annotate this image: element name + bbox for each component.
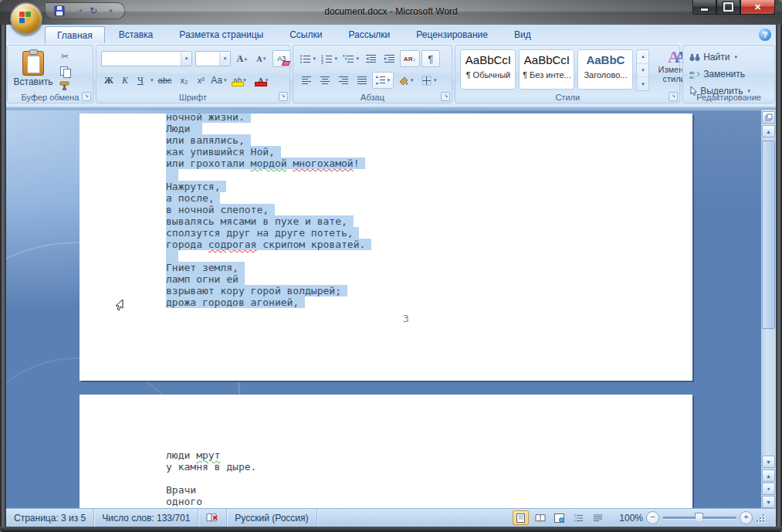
font-size-caret-icon[interactable]: ▾ — [219, 52, 230, 66]
italic-button[interactable]: К — [118, 73, 132, 88]
shading-button[interactable]: ▾ — [395, 72, 417, 89]
justify-button[interactable] — [354, 73, 371, 88]
style-item[interactable]: AaBbCЗаголово... — [577, 49, 633, 90]
clipboard-dialog-launcher[interactable]: ↘ — [82, 92, 91, 101]
bullets-button[interactable]: ▾ — [298, 51, 318, 66]
svg-text:3: 3 — [321, 59, 323, 64]
font-size-combobox[interactable]: ▾ — [195, 51, 231, 66]
document-workspace[interactable]: ночной жизни. Люди или валялись, как упи… — [6, 110, 761, 508]
cut-button[interactable]: ✂ — [57, 50, 73, 63]
copy-button[interactable] — [57, 65, 73, 77]
view-draft-button[interactable] — [590, 510, 606, 525]
shrink-font-button[interactable]: А▼ — [254, 51, 269, 66]
view-web-layout-button[interactable] — [551, 510, 567, 525]
subscript-button[interactable]: x₂ — [176, 73, 191, 88]
scroll-up-button[interactable]: ▲ — [762, 125, 775, 137]
tab-3[interactable]: Ссылки — [277, 25, 334, 43]
redo-button[interactable]: ↻ — [86, 5, 101, 17]
clear-formatting-button[interactable]: АЗ — [273, 50, 291, 67]
increase-indent-button[interactable] — [381, 51, 398, 66]
align-right-button[interactable] — [335, 73, 352, 88]
status-page-indicator[interactable]: Страница: 3 из 5 — [6, 509, 94, 527]
multilevel-list-button[interactable]: ▾ — [341, 51, 361, 66]
align-left-button[interactable] — [298, 73, 315, 88]
styles-more-icon[interactable]: ▼ — [637, 77, 648, 90]
font-dialog-launcher[interactable]: ↘ — [279, 92, 288, 101]
page-4[interactable]: люди мруту камня в дыре.Врачиодного — [80, 395, 692, 508]
borders-button[interactable]: ▾ — [418, 72, 440, 89]
show-marks-button[interactable]: ¶ — [421, 50, 440, 67]
view-print-layout-button[interactable] — [513, 510, 529, 525]
status-proofing-button[interactable] — [198, 509, 227, 527]
styles-group: AaBbCcI¶ ОбычныйAaBbCcI¶ Без инте...AaBb… — [455, 45, 680, 103]
status-language[interactable]: Русский (Россия) — [227, 509, 317, 527]
highlight-color-button[interactable]: ab▾ — [229, 72, 250, 89]
close-button[interactable]: ✕ — [740, 0, 775, 15]
style-item[interactable]: AaBbCcI¶ Без инте... — [519, 49, 574, 90]
find-button[interactable]: Найти▾ — [685, 50, 750, 64]
grow-font-button[interactable]: А▲ — [234, 51, 251, 66]
sort-button[interactable]: АЯ↓ — [400, 50, 420, 67]
zoom-slider[interactable] — [662, 517, 736, 519]
eraser-icon — [282, 61, 290, 66]
justify-icon — [357, 76, 367, 86]
tab-0[interactable]: Главная — [45, 26, 105, 43]
page-3[interactable]: ночной жизни. Люди или валялись, как упи… — [80, 114, 692, 381]
binoculars-icon — [689, 53, 700, 62]
browse-object-button[interactable]: ● — [762, 483, 775, 495]
tab-2[interactable]: Разметка страницы — [167, 25, 276, 43]
underline-button[interactable]: Ч — [134, 73, 147, 88]
font-name-combobox[interactable]: ▾ — [101, 51, 192, 66]
vertical-scrollbar[interactable]: ▲ ▼ ▲ ● ▼ — [761, 110, 776, 508]
format-painter-button[interactable] — [57, 80, 73, 92]
decrease-indent-button[interactable] — [363, 51, 380, 66]
change-case-label: Aa — [211, 75, 222, 86]
save-button[interactable] — [52, 5, 67, 17]
font-name-caret-icon[interactable]: ▾ — [181, 52, 191, 66]
tab-6[interactable]: Вид — [502, 25, 543, 43]
undo-button[interactable]: ↶▾ — [69, 5, 84, 17]
doc-line: Врачи — [166, 484, 256, 496]
view-outline-button[interactable] — [570, 510, 587, 525]
scroll-down-button[interactable]: ▼ — [762, 456, 775, 468]
styles-dialog-launcher[interactable]: ↘ — [669, 92, 678, 101]
line-spacing-button[interactable]: ▾ — [372, 72, 394, 89]
superscript-button[interactable]: x² — [193, 73, 208, 88]
tab-4[interactable]: Рассылки — [336, 25, 402, 43]
office-button[interactable] — [10, 2, 42, 35]
align-center-button[interactable] — [317, 73, 333, 88]
bold-button[interactable]: Ж — [101, 73, 117, 88]
previous-page-button[interactable]: ▲ — [762, 469, 775, 482]
style-item[interactable]: AaBbCcI¶ Обычный — [460, 49, 516, 90]
view-fullscreen-reading-button[interactable] — [532, 510, 548, 525]
resize-grip[interactable] — [756, 513, 765, 523]
tab-5[interactable]: Рецензирование — [404, 25, 500, 43]
qat-customize-button[interactable]: ▾ — [103, 5, 118, 17]
ruler-toggle-button[interactable] — [762, 111, 775, 124]
underline-caret-icon[interactable]: ▾ — [151, 77, 154, 83]
tab-1[interactable]: Вставка — [107, 25, 166, 43]
find-caret-icon: ▾ — [734, 54, 737, 60]
paragraph-dialog-launcher[interactable]: ↘ — [441, 92, 450, 101]
paste-button[interactable]: Вставить ▾ — [12, 49, 54, 95]
next-page-button[interactable]: ▼ — [762, 496, 775, 508]
scrollbar-thumb[interactable] — [762, 141, 775, 329]
font-color-button[interactable]: А▾ — [252, 72, 273, 89]
zoom-out-button[interactable]: − — [646, 511, 659, 524]
change-case-button[interactable]: Aa▾ — [210, 73, 227, 88]
styles-scroll-up-icon[interactable]: ▲ — [637, 50, 648, 64]
status-word-count[interactable]: Число слов: 133/701 — [94, 509, 198, 527]
numbering-button[interactable]: 123▾ — [320, 51, 340, 66]
doc-line: ламп огни ей — [166, 273, 371, 285]
zoom-slider-thumb[interactable] — [695, 513, 703, 523]
zoom-in-button[interactable]: + — [740, 511, 753, 524]
help-button[interactable]: ? — [759, 29, 771, 41]
styles-scroll-down-icon[interactable]: ▼ — [637, 64, 648, 78]
strikethrough-button[interactable]: abc — [154, 73, 174, 88]
decrease-indent-icon — [365, 54, 377, 64]
replace-button[interactable]: abac Заменить — [685, 67, 750, 81]
zoom-level-button[interactable]: 100% — [617, 513, 643, 524]
tab-bar: ГлавнаяВставкаРазметка страницыСсылкиРас… — [45, 25, 545, 43]
maximize-button[interactable] — [716, 0, 740, 15]
minimize-button[interactable] — [692, 0, 716, 15]
